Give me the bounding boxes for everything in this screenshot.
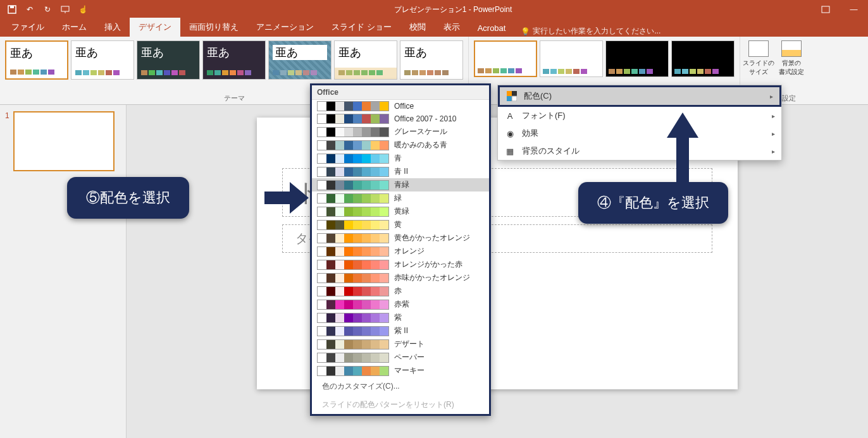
color-scheme-item[interactable]: デザート [312,338,489,351]
scheme-swatches [317,339,389,350]
color-scheme-item[interactable]: グレースケール [312,125,489,138]
scheme-swatches [317,366,389,376]
scheme-label: 黄 [394,219,402,230]
tab-file[interactable]: ファイル [3,18,53,37]
bg-styles-icon: ▦ [504,145,516,157]
undo-button[interactable]: ↶ [22,1,38,18]
menu-item-effects[interactable]: ◉ 効果 ▸ [498,125,781,142]
tab-insert[interactable]: 挿入 [96,18,130,37]
touch-mode-button[interactable]: ☝ [75,1,91,18]
menu-item-bg-styles[interactable]: ▦ 背景のスタイル ▸ [498,142,781,160]
theme-thumb-3[interactable]: 亜あ [137,40,200,80]
color-scheme-item[interactable]: 緑 [312,192,489,205]
tab-slideshow[interactable]: スライド ショー [323,18,400,37]
color-scheme-item[interactable]: Office 2007 - 2010 [312,113,489,125]
theme-thumb-4[interactable]: 亜あ [202,40,266,80]
theme-thumb-2[interactable]: 亜あ [71,40,134,80]
variant-thumb-3[interactable] [605,40,669,77]
chevron-right-icon: ▸ [772,113,775,119]
color-scheme-item[interactable]: 黄色がかったオレンジ [312,231,489,245]
popup-header: Office [312,85,489,100]
color-scheme-item[interactable]: 暖かみのある青 [312,138,489,152]
scheme-label: 緑 [394,193,402,204]
tell-me-placeholder: 実行したい作業を入力してください... [533,26,660,37]
tab-design[interactable]: デザイン [130,18,180,37]
scheme-label: ペーパー [394,352,425,363]
svg-rect-4 [822,6,829,13]
callout-step4: ④『配色』を選択 [578,182,728,224]
scheme-label: Office 2007 - 2010 [394,114,457,123]
window-title: プレゼンテーション1 - PowerPoint [95,4,811,15]
color-scheme-item[interactable]: 青緑 [312,178,489,192]
slideshow-from-start-button[interactable] [57,1,73,18]
scheme-label: マーキー [394,365,425,376]
color-scheme-item[interactable]: 紫 [312,311,489,324]
arrow-right-icon [264,182,309,214]
color-scheme-item[interactable]: マーキー [312,364,489,377]
color-scheme-item[interactable]: 黄緑 [312,205,489,218]
scheme-label: 黄色がかったオレンジ [394,233,470,243]
scheme-swatches [317,167,389,177]
color-scheme-item[interactable]: 赤 [312,284,489,298]
scheme-label: 赤味がかったオレンジ [394,272,470,283]
theme-thumb-office[interactable]: 亜あ [5,40,68,80]
arrow-up-icon [667,113,698,182]
effects-icon: ◉ [504,128,516,139]
tab-review[interactable]: 校閲 [400,18,435,37]
scheme-label: オレンジ [394,246,425,257]
chevron-right-icon: ▸ [770,93,773,100]
lightbulb-icon: 💡 [521,27,530,36]
tab-animations[interactable]: アニメーション [247,18,323,37]
svg-marker-10 [667,113,698,182]
minimize-button[interactable]: — [840,0,868,19]
save-button[interactable] [4,1,20,18]
slide-size-icon [748,40,769,57]
redo-button[interactable]: ↻ [39,1,56,18]
menu-item-fonts[interactable]: A フォント(F) ▸ [498,107,781,125]
slide-thumbnail[interactable] [13,111,115,171]
color-scheme-item[interactable]: 黄 [312,218,489,231]
svg-rect-1 [10,6,14,8]
scheme-swatches [317,300,389,310]
svg-rect-2 [61,6,69,11]
scheme-label: 黄緑 [394,206,409,217]
color-scheme-item[interactable]: 紫 II [312,324,489,338]
color-scheme-item[interactable]: 青 [312,152,489,165]
scheme-label: 青緑 [394,179,409,190]
color-scheme-item[interactable]: オレンジ [312,245,489,258]
scheme-label: グレースケール [394,126,447,137]
scheme-label: 青 II [394,166,408,177]
colors-icon [506,90,518,102]
variant-thumb-2[interactable] [540,40,603,77]
tab-acrobat[interactable]: Acrobat [469,20,515,37]
variant-thumb-4[interactable] [671,40,735,77]
tell-me-search[interactable]: 💡 実行したい作業を入力してください... [514,26,667,37]
color-scheme-list: OfficeOffice 2007 - 2010グレースケール暖かみのある青青青… [312,100,489,377]
scheme-label: 紫 [394,312,402,323]
color-scheme-item[interactable]: 赤紫 [312,298,489,311]
color-schemes-popup: Office OfficeOffice 2007 - 2010グレースケール暖か… [310,83,491,416]
svg-rect-7 [507,96,512,101]
customize-colors-item[interactable]: 色のカスタマイズ(C)... [312,377,489,396]
scheme-swatches [317,220,389,230]
tab-view[interactable]: 表示 [435,18,469,37]
tab-transitions[interactable]: 画面切り替え [180,18,247,37]
color-scheme-item[interactable]: 赤味がかったオレンジ [312,271,489,284]
tab-home[interactable]: ホーム [53,18,96,37]
color-scheme-item[interactable]: Office [312,100,489,113]
color-scheme-item[interactable]: ペーパー [312,351,489,364]
reset-colors-item: スライドの配色パターンをリセット(R) [312,396,489,414]
menu-item-colors[interactable]: 配色(C) ▸ [498,85,781,107]
color-scheme-item[interactable]: 青 II [312,165,489,178]
scheme-label: Office [394,102,414,111]
slide-thumbnails-panel[interactable]: 1 [0,105,127,438]
theme-thumb-6[interactable]: 亜あ [334,40,397,80]
ribbon-display-button[interactable] [811,0,840,19]
scheme-swatches [317,140,389,150]
slide-thumbnail-item[interactable]: 1 [5,111,121,171]
theme-thumb-7[interactable]: 亜あ [400,40,463,80]
variant-thumb-1[interactable] [474,40,537,77]
chevron-right-icon: ▸ [772,130,775,137]
color-scheme-item[interactable]: オレンジがかった赤 [312,258,489,271]
theme-thumb-5[interactable]: 亜あ [268,40,332,80]
